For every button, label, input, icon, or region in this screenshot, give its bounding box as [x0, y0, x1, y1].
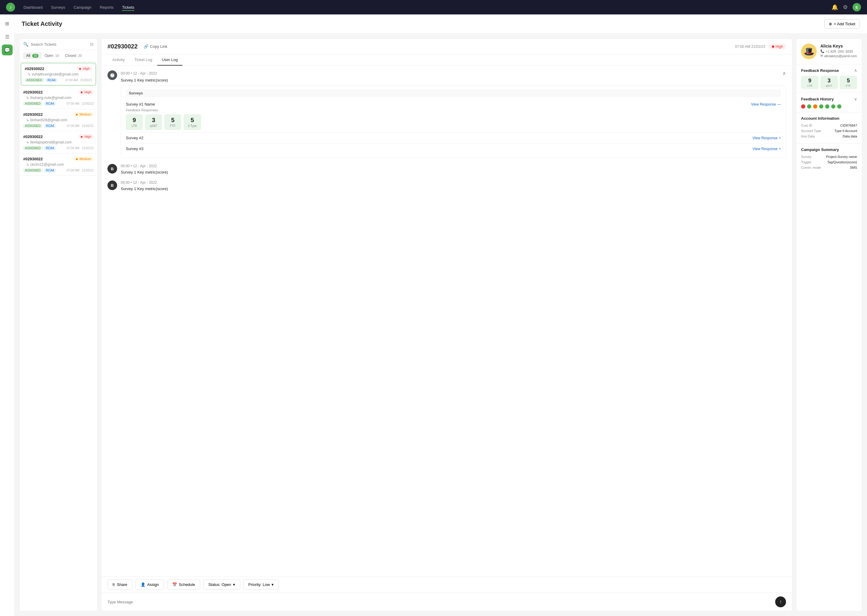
feedback-response-collapse[interactable]: ∧ — [854, 68, 857, 73]
user-avatar[interactable]: E — [853, 3, 861, 11]
account-info-section: Account Information Cust ID CID876847 Sc… — [796, 113, 862, 143]
nav-surveys[interactable]: Surveys — [51, 4, 65, 11]
priority-dropdown[interactable]: Priority: Low ▾ — [243, 580, 279, 589]
survey1-name: Survey #1 Name — [126, 102, 155, 107]
priority-badge: High — [78, 134, 94, 139]
ticket-item-1[interactable]: #02930022 High ↳ vuhaithuongnute@gmail.c… — [21, 63, 96, 85]
share-button[interactable]: ⎘ Share — [107, 580, 132, 589]
ticket-detail-panel: #02930022 🔗 Copy Link 07:00 AM 21/02/22 … — [101, 39, 792, 611]
ticket-email: ↳ thuhang.nute@gmail.com — [26, 96, 94, 100]
priority-badge: Medium — [74, 156, 94, 161]
plus-icon: ⊕ — [829, 22, 832, 26]
log-entry-1: 🕐 00:00 • 12 - Apr - 2022 ∧ Survey 1 Key… — [107, 71, 786, 158]
chevron-down-icon: ▾ — [271, 582, 274, 587]
send-button[interactable]: ↑ — [775, 596, 786, 607]
log-title-1: Survey 1 Key metric(score) — [121, 78, 786, 82]
sidebar-chat-icon[interactable]: 💬 — [2, 44, 13, 55]
tab-user-log[interactable]: User Log — [157, 55, 183, 66]
message-input[interactable] — [107, 600, 775, 604]
ticket-datetime: 07:00 AM 21/02/22 — [735, 44, 766, 49]
search-input[interactable] — [31, 42, 88, 47]
sidebar-list-icon[interactable]: ☰ — [2, 31, 13, 42]
dot-7 — [837, 104, 842, 108]
all-count-badge: 30 — [32, 54, 39, 58]
sidebar: ⊞ ☰ 💬 — [0, 14, 14, 616]
app-logo[interactable]: ♪ — [6, 3, 15, 12]
log-title-3: Survey 1 Key metric(score) — [121, 187, 786, 191]
tab-closed[interactable]: Closed 20 — [62, 52, 85, 59]
user-phone: 📞 +1 929 -293- 9293 — [820, 49, 857, 53]
top-navigation: ♪ Dashboard Surveys Campaign Reports Tic… — [0, 0, 867, 14]
cust-id-row: Cust ID CID876847 — [801, 124, 857, 127]
log-avatar-3: B — [107, 181, 117, 190]
user-name: Alicia Keys — [820, 44, 857, 49]
ticket-item-2[interactable]: #02930022 High ↳ thuhang.nute@gmail.com … — [20, 86, 97, 109]
view-response-1[interactable]: View Response — — [751, 102, 781, 107]
feedback-response-section: Feedback Response ∧ 9 LTR 3 qSAT — [796, 64, 862, 93]
ticket-item-4[interactable]: #02930022 High ↳ tienlapspktnd@gmail.com… — [20, 131, 97, 153]
ticket-time: 07:00 AM 21/02/22 — [66, 102, 94, 105]
user-profile-avatar: 🎩 — [801, 44, 817, 59]
notification-icon[interactable]: 🔔 — [831, 4, 838, 11]
log-time-3: 00:00 • 12 - Apr - 2022 — [121, 181, 157, 185]
ticket-item-3[interactable]: #02930022 Medium ↳ binhan628@gmail.com A… — [20, 109, 97, 131]
tab-ticket-log[interactable]: Ticket Log — [129, 55, 157, 66]
ticket-item-5[interactable]: #02930022 Medium ↳ ckctm12@gmail.com ASS… — [20, 153, 97, 176]
ticket-id: #02930022 — [23, 112, 43, 117]
tag-rca: RCA4 — [44, 102, 56, 105]
filter-icon[interactable]: ⊟ — [90, 42, 94, 47]
user-profile: 🎩 Alicia Keys 📞 +1 929 -293- 9293 ✉ alic… — [796, 39, 862, 64]
tab-activity[interactable]: Activity — [107, 55, 129, 66]
log-avatar-2: B — [107, 164, 117, 174]
tag-assigned: ASSIGNED — [23, 102, 43, 105]
log-title-2: Survey 1 Key metric(score) — [121, 170, 786, 174]
dot-5 — [825, 104, 829, 108]
feedback-response-title: Feedback Response — [801, 68, 839, 73]
ticket-email: ↳ binhan628@gmail.com — [26, 118, 94, 122]
dot-3 — [813, 104, 817, 108]
ticket-tabs: All 30 Open 10 Closed 20 — [20, 50, 97, 62]
key-data-row: Key Data Data data — [801, 134, 857, 138]
tab-all[interactable]: All 30 — [23, 52, 41, 59]
ticket-time: 07:00 AM 21/02/22 — [66, 146, 94, 150]
copy-link-button[interactable]: 🔗 Copy Link — [143, 44, 167, 49]
tag-assigned: ASSIGNED — [23, 124, 43, 128]
ticket-email: ↳ tienlapspktnd@gmail.com — [26, 140, 94, 145]
view-response-3[interactable]: View Response + — [753, 147, 781, 151]
view-response-2[interactable]: View Response + — [753, 136, 781, 140]
priority-badge: High — [769, 44, 786, 50]
nav-dashboard[interactable]: Dashboard — [24, 4, 43, 11]
priority-badge: High — [77, 66, 92, 71]
log-collapse-1[interactable]: ∧ — [782, 71, 786, 76]
schedule-button[interactable]: 📅 Schedule — [167, 580, 200, 589]
feedback-history-collapse[interactable]: ∨ — [854, 97, 857, 101]
score-ftf-small: 5 FTF — [840, 76, 857, 89]
tab-open[interactable]: Open 10 — [41, 52, 62, 59]
nav-tickets[interactable]: Tickets — [122, 4, 134, 11]
add-ticket-button[interactable]: ⊕ + Add Ticket — [824, 19, 860, 28]
survey3-name: Survey #3 — [126, 146, 143, 151]
tag-assigned: ASSIGNED — [25, 78, 44, 82]
nav-reports[interactable]: Reports — [100, 4, 114, 11]
survey2-name: Survey #2 — [126, 136, 143, 140]
feedback-history-dots — [801, 104, 857, 108]
tag-rca: RCA4 — [44, 146, 56, 150]
priority-badge: Medium — [74, 112, 94, 117]
score-ltr: 9 LTR — [126, 114, 143, 130]
nav-campaign[interactable]: Campaign — [74, 4, 91, 11]
account-type-row: Sccount Type Type II Account — [801, 129, 857, 133]
priority-dot — [772, 46, 774, 48]
score-ftf: 5 FTF — [164, 114, 181, 130]
sidebar-grid-icon[interactable]: ⊞ — [2, 18, 13, 29]
tag-rca: RCA4 — [46, 78, 57, 82]
feedback-scores: 9 LTR 3 qSAT 5 — [126, 114, 781, 130]
ticket-detail-id: #02930022 — [107, 43, 137, 50]
page-title: Ticket Activity — [22, 20, 62, 27]
settings-icon[interactable]: ⚙ — [843, 4, 848, 11]
assign-button[interactable]: 👤 Assign — [136, 580, 164, 589]
page-header: Ticket Activity ⊕ + Add Ticket — [14, 14, 867, 34]
ticket-list-panel: 🔍 ⊟ All 30 Open 10 Closed 20 — [19, 39, 98, 611]
account-info-title: Account Information — [801, 116, 839, 121]
score-ltr-small: 9 LTR — [801, 76, 818, 89]
status-dropdown[interactable]: Status: Open ▾ — [203, 580, 240, 589]
